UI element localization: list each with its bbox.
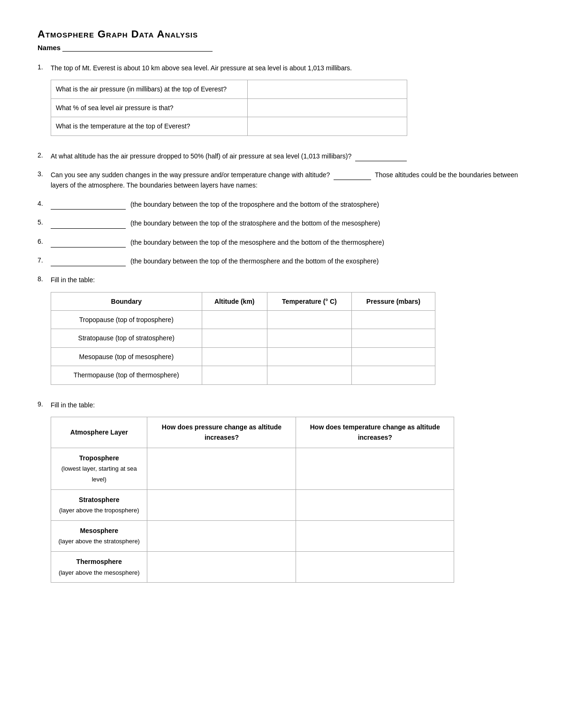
q4-number: 4. <box>38 199 51 210</box>
q6-number: 6. <box>38 237 51 248</box>
q6-description: (the boundary between the top of the mes… <box>130 239 384 246</box>
boundary-table-header: Boundary Altitude (km) Temperature (° C)… <box>51 292 435 310</box>
q8-number: 8. <box>38 275 51 391</box>
pressure-answer-cell[interactable] <box>147 520 296 551</box>
temperature-col-header: Temperature (° C) <box>267 292 351 310</box>
question-8: 8. Fill in the table: Boundary Altitude … <box>38 275 525 391</box>
table-row: Troposphere(lowest layer, starting at se… <box>51 448 454 489</box>
boundary-table: Boundary Altitude (km) Temperature (° C)… <box>51 292 435 385</box>
q7-answer[interactable] <box>51 259 126 266</box>
atmosphere-table: Atmosphere Layer How does pressure chang… <box>51 417 454 583</box>
q6-answer[interactable] <box>51 240 126 248</box>
q3-number: 3. <box>38 170 51 191</box>
temp-answer-cell[interactable] <box>296 489 454 520</box>
question-2: 2. At what altitude has the air pressure… <box>38 151 525 161</box>
pressure-answer-cell[interactable] <box>147 489 296 520</box>
table-row: Thermosphere(layer above the mesosphere) <box>51 552 454 583</box>
q3-answer[interactable] <box>334 173 371 180</box>
pressure-answer-cell[interactable] <box>147 552 296 583</box>
atmosphere-layer-cell: Troposphere(lowest layer, starting at se… <box>51 448 147 489</box>
altitude-col-header: Altitude (km) <box>202 292 267 310</box>
temp-answer-cell[interactable] <box>296 520 454 551</box>
temp-change-header: How does temperature change as altitude … <box>296 417 454 448</box>
q1-table: What is the air pressure (in millibars) … <box>51 80 407 135</box>
question-4: 4. (the boundary between the top of the … <box>38 199 525 210</box>
q1-row3-answer[interactable] <box>248 117 407 135</box>
q2-number: 2. <box>38 151 51 161</box>
q7-number: 7. <box>38 256 51 266</box>
q1-row2-answer[interactable] <box>248 98 407 117</box>
question-9: 9. Fill in the table: Atmosphere Layer H… <box>38 400 525 590</box>
question-5: 5. (the boundary between the top of the … <box>38 218 525 228</box>
q4-answer[interactable] <box>51 202 126 210</box>
atmosphere-layer-cell: Stratosphere(layer above the troposphere… <box>51 489 147 520</box>
q8-label: Fill in the table: <box>51 276 95 284</box>
question-6: 6. (the boundary between the top of the … <box>38 237 525 248</box>
pressure-answer-cell[interactable] <box>147 448 296 489</box>
q4-description: (the boundary between the top of the tro… <box>130 201 379 208</box>
q9-label: Fill in the table: <box>51 401 95 409</box>
table-row: What % of sea level air pressure is that… <box>51 98 407 117</box>
question-3: 3. Can you see any sudden changes in the… <box>38 170 525 191</box>
table-row: Tropopause (top of troposphere) <box>51 311 435 329</box>
names-input[interactable] <box>62 43 213 52</box>
table-row: Mesopause (top of mesosphere) <box>51 347 435 366</box>
q2-answer[interactable] <box>355 154 407 161</box>
q7-description: (the boundary between the top of the the… <box>130 257 379 265</box>
temp-answer-cell[interactable] <box>296 552 454 583</box>
question-1: 1. The top of Mt. Everest is about 10 km… <box>38 63 525 143</box>
table-row: Thermopause (top of thermosphere) <box>51 366 435 384</box>
atmosphere-layer-cell: Mesosphere(layer above the stratosphere) <box>51 520 147 551</box>
q1-row1-answer[interactable] <box>248 80 407 98</box>
atmosphere-layer-header: Atmosphere Layer <box>51 417 147 448</box>
question-7: 7. (the boundary between the top of the … <box>38 256 525 266</box>
boundary-col-header: Boundary <box>51 292 202 310</box>
pressure-change-header: How does pressure change as altitude inc… <box>147 417 296 448</box>
q1-row2-question: What % of sea level air pressure is that… <box>51 98 248 117</box>
q1-text: The top of Mt. Everest is about 10 km ab… <box>51 64 352 72</box>
q3-text: Can you see any sudden changes in the wa… <box>51 171 330 179</box>
pressure-col-header: Pressure (mbars) <box>351 292 435 310</box>
table-row: What is the air pressure (in millibars) … <box>51 80 407 98</box>
q2-text: At what altitude has the air pressure dr… <box>51 152 351 160</box>
q1-number: 1. <box>38 63 51 143</box>
q5-answer[interactable] <box>51 221 126 229</box>
q5-description: (the boundary between the top of the str… <box>130 219 380 227</box>
table-row: Stratopause (top of stratosphere) <box>51 329 435 347</box>
q1-row1-question: What is the air pressure (in millibars) … <box>51 80 248 98</box>
q9-number: 9. <box>38 400 51 590</box>
q1-row3-question: What is the temperature at the top of Ev… <box>51 117 248 135</box>
page-title: Atmosphere Graph Data Analysis <box>38 28 525 40</box>
atmosphere-layer-cell: Thermosphere(layer above the mesosphere) <box>51 552 147 583</box>
atmosphere-table-header: Atmosphere Layer How does pressure chang… <box>51 417 454 448</box>
q5-number: 5. <box>38 218 51 228</box>
table-row: Stratosphere(layer above the troposphere… <box>51 489 454 520</box>
table-row: Mesosphere(layer above the stratosphere) <box>51 520 454 551</box>
temp-answer-cell[interactable] <box>296 448 454 489</box>
table-row: What is the temperature at the top of Ev… <box>51 117 407 135</box>
names-line: Names <box>38 43 525 52</box>
